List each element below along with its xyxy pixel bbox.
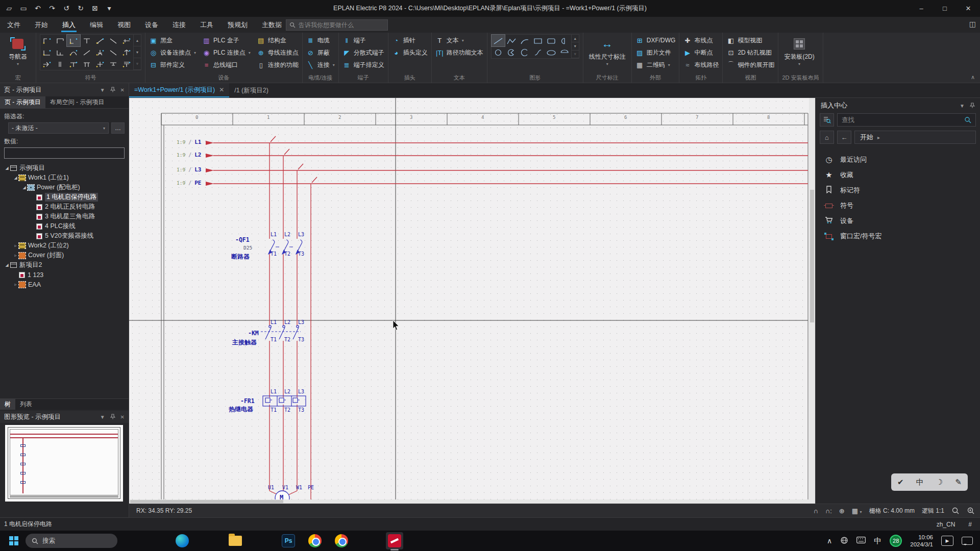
undo-icon[interactable]: ↶	[32, 2, 44, 14]
gallery-scroll-up-icon[interactable]: ▲	[134, 35, 141, 46]
ribbon-button-布线路径[interactable]: ≈布线路径	[683, 59, 719, 71]
insert-center-item-收藏[interactable]: ★收藏	[816, 167, 980, 183]
ribbon-button-端子[interactable]: ‖端子	[342, 34, 384, 46]
insert-center-item-符号[interactable]: 符号	[816, 198, 980, 213]
panel-menu-icon[interactable]: ▼	[100, 414, 105, 420]
ribbon-button-插针[interactable]: ◔插针	[392, 34, 428, 46]
symbol-gallery-item[interactable]	[67, 58, 80, 70]
shape-gallery-item[interactable]	[531, 35, 545, 46]
menu-tab-插入[interactable]: 插入	[55, 17, 83, 33]
workspace-layout-icon[interactable]: ◫	[969, 20, 976, 28]
ribbon-button-屏蔽[interactable]: ⊘屏蔽	[306, 46, 335, 59]
shape-gallery-item[interactable]	[518, 35, 531, 46]
panel-menu-icon[interactable]: ▼	[100, 87, 105, 93]
close-icon[interactable]: ✕	[120, 87, 125, 93]
shape-gallery-item[interactable]	[505, 46, 518, 58]
symbol-gallery-item[interactable]	[67, 35, 80, 46]
page-import-icon[interactable]: ▱	[3, 2, 15, 14]
ribbon-button-母线连接点[interactable]: ⊕母线连接点	[257, 46, 299, 59]
expand-icon[interactable]: ◢	[21, 185, 27, 190]
document-tab[interactable]: =Work1+Power/1 (示例项目)✕	[129, 83, 229, 97]
insert-center-item-最近访问[interactable]: ◷最近访问	[816, 152, 980, 167]
symbol-gallery-item[interactable]	[54, 58, 67, 70]
pin-icon[interactable]	[110, 414, 115, 420]
collapse-icon[interactable]: ▹	[13, 243, 18, 248]
ribbon-button-结构盒[interactable]: ▤结构盒	[257, 34, 299, 46]
shape-gallery-item[interactable]	[531, 46, 545, 58]
ribbon-button-PLC 盒子[interactable]: ▥PLC 盒子	[202, 34, 251, 46]
menu-tab-编辑[interactable]: 编辑	[83, 17, 110, 33]
insert-center-item-标记符[interactable]: 标记符	[816, 183, 980, 198]
start-button[interactable]	[7, 534, 20, 547]
close-icon[interactable]: ✕	[219, 86, 224, 93]
ribbon-button-分散式端子[interactable]: ◤分散式端子	[342, 46, 384, 59]
insert-center-search[interactable]	[837, 113, 976, 127]
symbol-gallery-item[interactable]	[107, 35, 120, 46]
refresh-icon[interactable]: ↺	[60, 2, 72, 14]
ribbon-button-布线点[interactable]: ✚布线点	[683, 34, 719, 46]
gallery-scroll-up-icon[interactable]: ▲	[572, 35, 579, 42]
maximize-button[interactable]: □	[933, 0, 957, 17]
collapse-icon[interactable]: ▹	[13, 253, 18, 258]
menu-tab-文件[interactable]: 文件	[0, 17, 28, 33]
ribbon-button-二维码[interactable]: ▦二维码▾	[635, 59, 676, 71]
taskbar-app-photoshop[interactable]: Ps	[280, 532, 297, 549]
snap-icon[interactable]: ∩	[813, 507, 818, 515]
tree-item[interactable]: 3 电机星三角电路	[2, 212, 127, 221]
panel-tab-页 - 示例项目[interactable]: 页 - 示例项目	[0, 96, 45, 108]
taskbar-app-app-blue[interactable]	[200, 532, 217, 549]
tree-item[interactable]: 1 电机启保停电路	[2, 192, 127, 202]
ribbon-button-部件定义[interactable]: ⊟部件定义	[149, 59, 196, 71]
tree-item[interactable]: ▹Cover (封面)	[2, 251, 127, 260]
ribbon-button-DXF/DWG[interactable]: ⊞DXF/DWG	[635, 34, 676, 46]
ribbon-button-黑盒[interactable]: ▣黑盒	[149, 34, 196, 46]
filter-more-button[interactable]: …	[111, 122, 125, 134]
ribbon-button-图片文件[interactable]: ▨图片文件	[635, 46, 676, 59]
ribbon-button-插头定义[interactable]: ◕插头定义	[392, 46, 428, 59]
symbol-gallery-item[interactable]	[93, 46, 107, 58]
tree-item[interactable]: 4 PLC接线	[2, 221, 127, 231]
qat-dropdown-icon[interactable]: ▾	[103, 2, 115, 14]
symbol-gallery-item[interactable]	[80, 35, 93, 46]
back-button[interactable]: ←	[837, 131, 851, 144]
symbol-gallery-item[interactable]	[40, 35, 54, 46]
ribbon-button-总线端口[interactable]: ≡总线端口	[202, 59, 251, 71]
taskbar-app-chrome[interactable]	[306, 532, 324, 549]
tree-item[interactable]: ▹Work2 (工位2)	[2, 241, 127, 251]
breadcrumb[interactable]: 开始 ▸	[854, 131, 976, 144]
redo-all-icon[interactable]: ↻	[75, 2, 87, 14]
grid-toggle-icon[interactable]: #	[968, 521, 972, 528]
symbol-gallery-item[interactable]	[120, 35, 133, 46]
taskbar-app-explorer[interactable]	[227, 532, 244, 549]
symbol-gallery-item[interactable]	[80, 46, 93, 58]
shape-gallery-item[interactable]	[545, 35, 558, 46]
menu-tab-工具[interactable]: 工具	[193, 17, 220, 33]
pen-icon[interactable]: ✎	[955, 478, 962, 487]
graphic-preview-thumbnail[interactable]	[5, 425, 123, 502]
ribbon-button-铜件的展开图[interactable]: ⌒铜件的展开图	[726, 59, 774, 71]
value-input[interactable]	[4, 147, 125, 159]
ime-mode-indicator[interactable]: 中	[874, 536, 881, 546]
tree-item[interactable]: 2 电机正反转电路	[2, 202, 127, 212]
pin-icon[interactable]	[970, 103, 975, 109]
shape-gallery-item[interactable]	[545, 46, 558, 58]
ribbon-button-连接[interactable]: ╲连接▾	[306, 59, 335, 71]
symbol-gallery-item[interactable]	[120, 58, 133, 70]
notification-badge[interactable]: 28	[890, 535, 902, 547]
tree-item[interactable]: ▹EAA	[2, 280, 127, 289]
horizontal-scrollbar[interactable]	[129, 499, 809, 504]
taskbar-app-app-red[interactable]	[253, 532, 271, 549]
design-mode-icon[interactable]: ⊕	[839, 507, 845, 515]
shape-gallery-item[interactable]	[492, 46, 505, 58]
home-button[interactable]: ⌂	[820, 131, 834, 144]
grid-icon[interactable]: ▦ ▾	[852, 507, 862, 515]
ribbon-button-安装板(2D)[interactable]: 安装板(2D)▾	[782, 34, 816, 67]
taskbar-search[interactable]: 搜索	[26, 534, 117, 548]
gallery-more-icon[interactable]: ▿	[572, 51, 579, 58]
pin-icon[interactable]	[110, 87, 115, 93]
ribbon-button-文本[interactable]: T文本▾	[435, 34, 483, 46]
symbol-gallery-item[interactable]	[80, 58, 93, 70]
ribbon-button-2D 钻孔视图[interactable]: ⊡2D 钻孔视图	[726, 46, 774, 59]
expand-icon[interactable]: ◢	[4, 263, 10, 267]
zoom-full-icon[interactable]	[967, 507, 975, 515]
